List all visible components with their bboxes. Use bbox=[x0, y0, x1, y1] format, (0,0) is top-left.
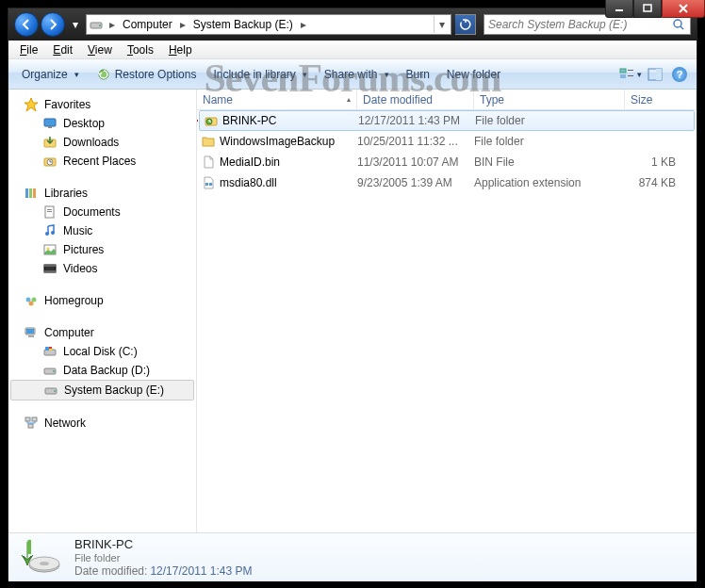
sidebar-item-music[interactable]: Music bbox=[8, 221, 196, 240]
star-icon bbox=[24, 97, 39, 112]
svg-point-53 bbox=[40, 562, 49, 565]
restore-options-button[interactable]: Restore Options bbox=[89, 63, 205, 86]
burn-button[interactable]: Burn bbox=[399, 64, 437, 85]
menu-tools[interactable]: Tools bbox=[120, 41, 161, 58]
svg-rect-44 bbox=[25, 417, 30, 421]
svg-rect-13 bbox=[48, 126, 52, 128]
address-bar[interactable]: ▸ Computer ▸ System Backup (E:) ▸ ▾ bbox=[86, 14, 451, 35]
breadcrumb-chevron[interactable]: ▸ bbox=[106, 18, 119, 31]
breadcrumb-chevron[interactable]: ▸ bbox=[297, 18, 310, 31]
file-type: File folder bbox=[475, 114, 626, 127]
file-row[interactable]: msdia80.dll9/23/2005 1:39 AMApplication … bbox=[197, 172, 697, 193]
help-button[interactable]: ? bbox=[668, 63, 691, 86]
drive-icon bbox=[89, 17, 104, 32]
search-icon bbox=[671, 17, 686, 32]
drive-e-icon bbox=[43, 383, 58, 398]
file-name: MediaID.bin bbox=[220, 155, 280, 169]
close-button[interactable] bbox=[662, 0, 705, 18]
svg-rect-39 bbox=[49, 349, 52, 351]
column-date[interactable]: Date modified bbox=[357, 90, 474, 109]
svg-rect-11 bbox=[656, 69, 662, 80]
menu-file[interactable]: File bbox=[12, 41, 45, 58]
sidebar-libraries[interactable]: Libraries bbox=[8, 184, 196, 203]
details-pane: BRINK-PC File folder Date modified: 12/1… bbox=[8, 532, 697, 581]
svg-rect-45 bbox=[32, 417, 37, 421]
sidebar-item-videos[interactable]: Videos bbox=[8, 259, 196, 278]
videos-icon bbox=[42, 261, 57, 276]
sidebar-item-documents[interactable]: Documents bbox=[8, 203, 196, 221]
sidebar-item-desktop[interactable]: Desktop bbox=[8, 114, 196, 133]
svg-point-23 bbox=[45, 232, 49, 236]
column-size[interactable]: Size bbox=[625, 90, 697, 109]
menu-edit[interactable]: Edit bbox=[45, 41, 80, 58]
folder-icon bbox=[201, 134, 216, 149]
file-name: msdia80.dll bbox=[220, 176, 277, 189]
view-options-button[interactable] bbox=[619, 63, 642, 86]
file-row[interactable]: BRINK-PC12/17/2011 1:43 PMFile folder bbox=[199, 110, 695, 131]
new-folder-button[interactable]: New folder bbox=[439, 64, 508, 85]
svg-rect-21 bbox=[47, 209, 52, 210]
file-type: File folder bbox=[474, 135, 625, 148]
column-name[interactable]: Name bbox=[197, 90, 357, 109]
svg-rect-0 bbox=[615, 9, 623, 11]
svg-point-32 bbox=[29, 302, 34, 306]
svg-rect-38 bbox=[49, 347, 52, 349]
breadcrumb-chevron[interactable]: ▸ bbox=[176, 18, 189, 31]
drive-d-icon bbox=[42, 363, 57, 378]
svg-rect-29 bbox=[44, 270, 56, 272]
music-icon bbox=[42, 223, 57, 238]
sidebar-item-downloads[interactable]: Downloads bbox=[8, 133, 196, 152]
svg-rect-7 bbox=[620, 74, 626, 78]
organize-button[interactable]: Organize bbox=[14, 64, 87, 85]
sidebar-item-local-disk[interactable]: Local Disk (C:) bbox=[8, 342, 196, 361]
svg-rect-17 bbox=[25, 188, 28, 198]
file-row[interactable]: MediaID.bin11/3/2011 10:07 AMBIN File1 K… bbox=[197, 152, 697, 172]
column-type[interactable]: Type bbox=[474, 90, 625, 109]
file-list[interactable]: BRINK-PC12/17/2011 1:43 PMFile folderWin… bbox=[197, 110, 697, 532]
nav-history-dropdown[interactable]: ▾ bbox=[69, 18, 82, 31]
forward-button[interactable] bbox=[41, 12, 65, 37]
file-size: 874 KB bbox=[625, 176, 697, 189]
navigation-pane: Favorites Desktop Downloads Recent Place… bbox=[8, 90, 197, 532]
sidebar-item-system-backup[interactable]: System Backup (E:) bbox=[10, 380, 194, 400]
svg-point-3 bbox=[99, 24, 101, 26]
navigation-bar: ▾ ▸ Computer ▸ System Backup (E:) ▸ ▾ bbox=[8, 8, 697, 41]
menu-view[interactable]: View bbox=[80, 41, 120, 58]
file-type: BIN File bbox=[474, 155, 625, 169]
refresh-button[interactable] bbox=[455, 14, 476, 35]
share-with-button[interactable]: Share with bbox=[317, 64, 397, 85]
address-dropdown[interactable]: ▾ bbox=[434, 16, 449, 33]
downloads-icon bbox=[42, 135, 57, 150]
back-button[interactable] bbox=[14, 12, 39, 37]
desktop-icon bbox=[42, 116, 57, 131]
pictures-icon bbox=[42, 242, 57, 257]
restore-icon bbox=[96, 67, 111, 82]
sidebar-favorites[interactable]: Favorites bbox=[8, 95, 196, 114]
svg-point-31 bbox=[32, 298, 37, 302]
sidebar-item-recent[interactable]: Recent Places bbox=[8, 152, 196, 171]
include-library-button[interactable]: Include in library bbox=[205, 64, 314, 85]
svg-point-30 bbox=[26, 298, 31, 302]
sidebar-homegroup[interactable]: Homegroup bbox=[8, 291, 196, 310]
breadcrumb-computer[interactable]: Computer bbox=[119, 15, 176, 34]
sidebar-item-pictures[interactable]: Pictures bbox=[8, 240, 196, 259]
sidebar-computer[interactable]: Computer bbox=[8, 323, 196, 342]
search-input[interactable] bbox=[488, 18, 671, 31]
documents-icon bbox=[42, 204, 57, 220]
minimize-button[interactable] bbox=[605, 0, 633, 18]
svg-point-4 bbox=[674, 20, 681, 27]
breadcrumb-drive[interactable]: System Backup (E:) bbox=[189, 15, 297, 34]
help-icon: ? bbox=[672, 67, 687, 82]
menu-help[interactable]: Help bbox=[161, 41, 200, 58]
network-icon bbox=[24, 416, 39, 431]
file-type: Application extension bbox=[474, 176, 625, 189]
preview-pane-button[interactable] bbox=[644, 63, 666, 86]
sidebar-item-data-backup[interactable]: Data Backup (D:) bbox=[8, 361, 196, 380]
sidebar-network[interactable]: Network bbox=[8, 414, 196, 433]
maximize-button[interactable] bbox=[633, 0, 662, 18]
svg-rect-9 bbox=[628, 75, 633, 76]
file-row[interactable]: WindowsImageBackup10/25/2011 11:32 ...Fi… bbox=[197, 131, 697, 152]
svg-rect-49 bbox=[205, 183, 208, 186]
file-date: 10/25/2011 11:32 ... bbox=[357, 135, 474, 148]
annotation-arrow bbox=[197, 110, 200, 132]
